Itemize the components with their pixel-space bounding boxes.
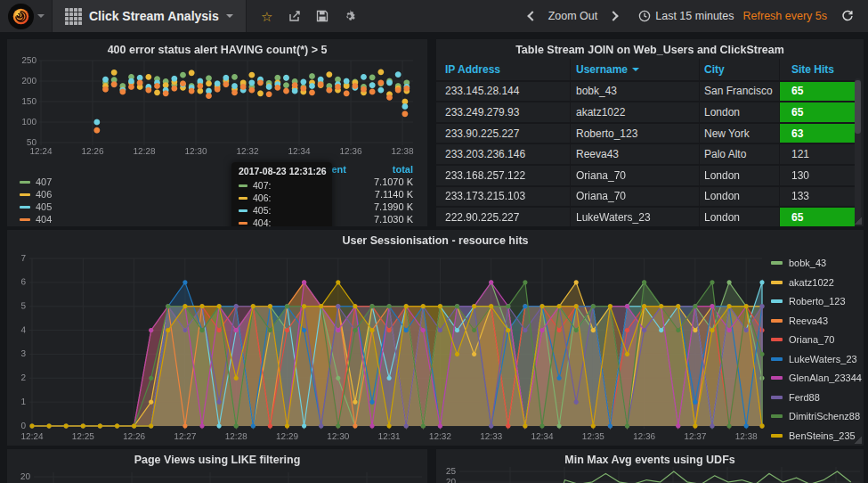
legend-series-color: [771, 414, 783, 418]
clock-icon: [638, 10, 651, 22]
site-hits-value: 130: [780, 166, 855, 185]
legend-item-Reeva43[interactable]: Reeva43: [771, 315, 860, 327]
tooltip-series-color: [239, 197, 247, 200]
panel-min-max-avg: Min Max Avg events using UDFs: [436, 449, 864, 483]
panel-title[interactable]: Table Stream JOIN on Web_Users and Click…: [436, 44, 864, 56]
legend-series-color: [771, 396, 783, 399]
tooltip-series-label: 405:: [253, 205, 271, 216]
grafana-logo-icon: [8, 4, 34, 29]
legend-series-label: LukeWaters_23: [789, 354, 857, 364]
refresh-interval-button[interactable]: Refresh every 5s: [743, 10, 827, 22]
time-shift-back-button[interactable]: [527, 11, 537, 20]
table-cell: 222.90.225.227: [436, 206, 570, 226]
legend-item-akatz1022[interactable]: akatz1022: [771, 276, 860, 289]
share-button[interactable]: [285, 6, 304, 26]
gear-icon: [343, 10, 356, 23]
dashboard-actions: ☆: [247, 0, 360, 32]
legend-item-Roberto_123[interactable]: Roberto_123: [771, 295, 860, 307]
chart-tooltip: 2017-08-23 12:31:26 407:406:405:404:: [231, 162, 332, 226]
site-hits-cell: 121: [779, 143, 855, 164]
site-hits-value: 63: [780, 124, 855, 143]
legend-series-label: Oriana_70: [789, 334, 834, 345]
legend-series-color: [771, 434, 783, 438]
table-cell: 233.90.225.227: [436, 122, 570, 143]
column-header-ip-address[interactable]: IP Address: [436, 59, 570, 80]
table-cell: 233.173.215.103: [436, 185, 570, 207]
legend-item-DimitriSchenz88[interactable]: DimitriSchenz88: [771, 410, 860, 422]
legend-item-Oriana_70[interactable]: Oriana_70: [771, 333, 860, 346]
legend-series-label[interactable]: 406: [36, 189, 262, 200]
legend-series-color: [771, 281, 783, 284]
site-hits-cell: 63: [779, 122, 855, 143]
site-hits-value: 65: [780, 82, 855, 102]
table-cell: 233.203.236.146: [436, 143, 570, 164]
site-hits-value: 121: [780, 144, 855, 164]
panel-title[interactable]: Page Views using LIKE filtering: [7, 454, 427, 466]
time-range-picker[interactable]: Last 15 minutes: [638, 10, 734, 22]
legend-series-label[interactable]: 405: [36, 201, 262, 212]
site-hits-cell: 65: [779, 80, 855, 102]
save-icon: [316, 10, 329, 22]
site-hits-cell: 130: [779, 164, 855, 185]
dashboard-grid-icon: [65, 8, 82, 25]
legend-item-GlenAlan_23344[interactable]: GlenAlan_23344: [771, 372, 860, 384]
scrollbar-thumb[interactable]: [855, 80, 861, 134]
table-cell: 233.168.257.122: [436, 164, 570, 185]
legend-column-header[interactable]: total: [346, 164, 413, 175]
legend-series-color: [20, 218, 30, 221]
site-hits-value: 65: [780, 208, 855, 226]
column-header-username[interactable]: Username: [570, 59, 699, 80]
table-cell: Palo Alto: [699, 143, 779, 164]
tooltip-series-row: 407:: [239, 179, 325, 192]
legend-series-label: Roberto_123: [789, 296, 846, 307]
time-range-label: Last 15 minutes: [655, 10, 734, 22]
session-legend: bobk_43akatz1022Roberto_123Reeva43Oriana…: [771, 257, 860, 446]
time-shift-forward-button[interactable]: [609, 11, 619, 20]
panel-user-sessionisation: User Sessionisation - resource hits bobk…: [7, 230, 864, 446]
star-button[interactable]: ☆: [257, 6, 277, 26]
panel-resize-handle[interactable]: [855, 437, 862, 444]
tooltip-series-label: 404:: [253, 217, 271, 226]
table-cell: Oriana_70: [570, 164, 699, 185]
table-scrollbar[interactable]: [855, 78, 861, 223]
table-cell: Oriana_70: [570, 185, 699, 207]
grafana-logo-menu[interactable]: [0, 0, 52, 32]
column-header-site-hits[interactable]: Site Hits: [779, 59, 855, 80]
column-header-city[interactable]: City: [699, 59, 779, 80]
tooltip-timestamp: 2017-08-23 12:31:26: [239, 166, 325, 176]
legend-series-label: GlenAlan_23344: [789, 372, 862, 383]
panel-title[interactable]: Min Max Avg events using UDFs: [436, 454, 864, 466]
table-cell: bobk_43: [570, 80, 699, 102]
zoom-out-button[interactable]: Zoom Out: [548, 10, 598, 22]
errors-legend: currenttotal4077.1070 K4067.1140 K4057.1…: [20, 163, 413, 225]
sessionisation-chart[interactable]: [7, 230, 864, 446]
legend-series-label[interactable]: 407: [36, 176, 262, 187]
panel-resize-handle[interactable]: [855, 217, 862, 225]
legend-total-value: 7.1990 K: [346, 201, 413, 212]
legend-series-label[interactable]: 404: [36, 214, 262, 225]
legend-item-BenSteins_235[interactable]: BenSteins_235: [771, 430, 860, 442]
legend-item-Ferd88[interactable]: Ferd88: [771, 391, 860, 404]
table-cell: London: [699, 164, 779, 185]
legend-series-label: Ferd88: [789, 392, 820, 403]
dashboard-title: Click Stream Analysis: [89, 9, 219, 23]
panel-title[interactable]: 400 error status alert HAVING count(*) >…: [7, 44, 427, 56]
legend-series-label: bobk_43: [789, 258, 826, 268]
table-cell: akatz1022: [570, 101, 699, 122]
site-hits-value: 65: [780, 102, 855, 122]
save-button[interactable]: [312, 6, 332, 26]
panel-400-error-status: 400 error status alert HAVING count(*) >…: [7, 39, 427, 226]
legend-item-bobk_43[interactable]: bobk_43: [771, 257, 860, 269]
dashboard-title-button[interactable]: Click Stream Analysis: [52, 0, 247, 32]
tooltip-series-color: [239, 184, 247, 187]
legend-item-LukeWaters_23[interactable]: LukeWaters_23: [771, 353, 860, 365]
panel-title[interactable]: User Sessionisation - resource hits: [7, 234, 864, 247]
site-hits-cell: 133: [779, 185, 855, 207]
join-table: IP AddressUsernameCitySite Hits233.145.2…: [436, 59, 855, 226]
share-icon: [288, 10, 301, 22]
settings-button[interactable]: [340, 6, 360, 26]
legend-series-label: BenSteins_235: [789, 430, 856, 441]
refresh-button[interactable]: [838, 6, 857, 26]
site-hits-value: 133: [780, 187, 855, 207]
site-hits-cell: 65: [779, 206, 855, 226]
